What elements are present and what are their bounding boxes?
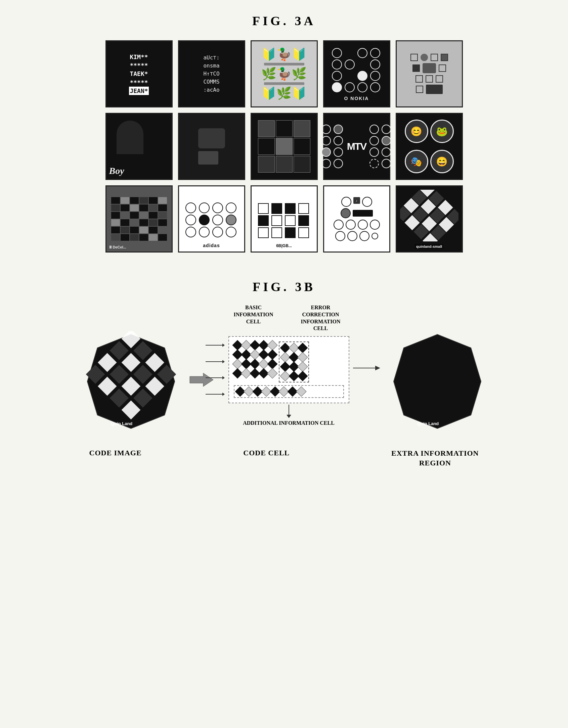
nokia-text: O NOKIA	[344, 96, 369, 101]
error-correction-label: ERRORCORRECTIONINFORMATION CELL	[294, 304, 348, 332]
ch-row1: 🔰🦆🔰	[261, 47, 307, 61]
mtv-text: MTV	[347, 141, 366, 152]
fig3a-row2: Boy	[105, 113, 463, 180]
nc	[370, 48, 380, 58]
boy-decoration	[117, 121, 143, 154]
cell-mtv: MTV	[323, 113, 390, 180]
ch-row4	[264, 82, 304, 85]
diamond-rows	[234, 342, 344, 382]
nc	[332, 59, 342, 70]
adidas-circles	[182, 199, 241, 241]
bottom-labels: CODE IMAGE CODE CELL EXTRA INFORMATIONRE…	[83, 449, 486, 468]
nc-filled	[332, 82, 342, 92]
tg-row3: H↑⊤CO	[203, 70, 219, 78]
floor-grid	[258, 120, 310, 173]
bottom-extra-info: EXTRA INFORMATIONREGION	[391, 449, 479, 468]
ch-row2	[264, 63, 304, 65]
svg-marker-20	[375, 366, 380, 370]
fig3b-title: FIG. 3B	[253, 279, 315, 294]
kim-taek: TAEK*	[130, 70, 148, 78]
bracket-2	[206, 360, 225, 363]
fig3a-row3: Ⅲ DeCel... adidas	[105, 185, 463, 253]
squares-label: 6B|GB...	[276, 243, 292, 248]
basic-columns	[234, 342, 276, 382]
nc	[357, 48, 367, 58]
quinland-right-svg: Quin Land	[390, 331, 484, 432]
sketch-shapes	[198, 128, 225, 165]
cell-nokia: O NOKIA	[323, 40, 390, 107]
additional-info-arrow	[287, 405, 291, 418]
svg-marker-21	[394, 334, 481, 428]
svg-text:Quin Land: Quin Land	[417, 421, 439, 426]
shapes-row4	[416, 85, 443, 94]
shapes-row2	[412, 63, 446, 73]
cell-cartoon: 😊 🐸 🎭 😄	[396, 113, 463, 180]
fig3a-grid: KIM** ***** TAEK* ***** JEAN* aUc⊤: onsm…	[105, 40, 463, 253]
adidas-label: adidas	[203, 243, 220, 248]
bracket-4	[206, 393, 225, 396]
shapes-row3	[416, 75, 443, 83]
cell-text-grid: aUc⊤: onsma H↑⊤CO COMMS :acAo	[178, 40, 245, 107]
cell-adidas: adidas	[178, 185, 245, 253]
bottom-code-image: CODE IMAGE	[89, 449, 142, 468]
mtv-left	[321, 125, 344, 168]
basic-info-label: BASICINFORMATIONCELL	[230, 304, 277, 332]
svg-text:Quin Land: Quin Land	[111, 421, 132, 426]
cell-kim-star: KIM** ***** TAEK* ***** JEAN*	[105, 40, 173, 107]
cell-dark-sketch	[178, 113, 245, 180]
squares-grid	[255, 200, 314, 241]
cell-floor-plan	[251, 113, 318, 180]
cell-music-circles: ♪	[323, 185, 390, 253]
cell-quinland-small: quinland-small	[396, 185, 463, 253]
bracket-3	[206, 376, 225, 379]
nc	[357, 82, 367, 92]
cell-dashed-box	[228, 336, 349, 403]
kim-text: KIM**	[130, 53, 148, 61]
nc	[345, 82, 355, 92]
nc	[332, 71, 342, 81]
kim-stars2: *****	[130, 78, 148, 87]
quinland-left-svg: Quin Land	[84, 331, 178, 432]
arrow-to-right	[363, 358, 380, 378]
boy-label: Boy	[109, 166, 124, 176]
bracket-lines	[206, 340, 225, 399]
barcode-grid	[111, 197, 167, 241]
extra-info-right: Quin Land	[390, 331, 484, 432]
nc-empty	[345, 71, 355, 81]
cell-barcode: Ⅲ DeCel...	[105, 185, 173, 253]
nokia-grid	[331, 47, 383, 94]
fig3a-title: FIG. 3A	[252, 13, 316, 28]
nc	[370, 59, 380, 70]
code-image-left: Quin Land	[84, 331, 178, 432]
fig3b-diagram: Quin Land BASICINFORMATIONCELL ERRORCORR…	[49, 304, 519, 432]
mc-row3	[334, 220, 380, 230]
nc	[370, 71, 380, 81]
additional-info-row	[234, 385, 344, 398]
nc	[345, 59, 355, 70]
nc	[332, 48, 342, 58]
diamond-pattern	[400, 190, 458, 241]
mc-row4	[335, 231, 378, 241]
ch-row5: 🔰🌿🔰	[261, 86, 307, 100]
tg-row1: aUc⊤:	[203, 54, 219, 62]
nc-empty	[357, 59, 367, 70]
tg-row2: onsma	[203, 62, 219, 70]
nc-filled	[357, 71, 367, 81]
bottom-code-cell: CODE CELL	[243, 449, 290, 468]
shapes-row1	[410, 54, 448, 61]
kim-jean: JEAN*	[129, 87, 148, 95]
cell-shapes	[396, 40, 463, 107]
tg-row5: :acAo	[203, 86, 219, 94]
top-labels: BASICINFORMATIONCELL ERRORCORRECTIONINFO…	[225, 304, 353, 332]
cell-chinese: 🔰🦆🔰 🌿🦆🌿 🔰🌿🔰	[251, 40, 318, 107]
mtv-right	[369, 125, 392, 168]
barcode-label: Ⅲ DeCel...	[109, 245, 126, 249]
nc-empty	[345, 48, 355, 58]
additional-info-cell-label: ADDITIONAL INFORMATION CELL	[243, 420, 335, 426]
mc-row1: ♪	[341, 197, 372, 207]
quinland-small-label: quinland-small	[415, 244, 444, 249]
mc-row2	[341, 208, 373, 218]
ch-row3: 🌿🦆🌿	[261, 67, 307, 81]
tg-row4: COMMS	[203, 78, 219, 86]
nc	[370, 82, 380, 92]
